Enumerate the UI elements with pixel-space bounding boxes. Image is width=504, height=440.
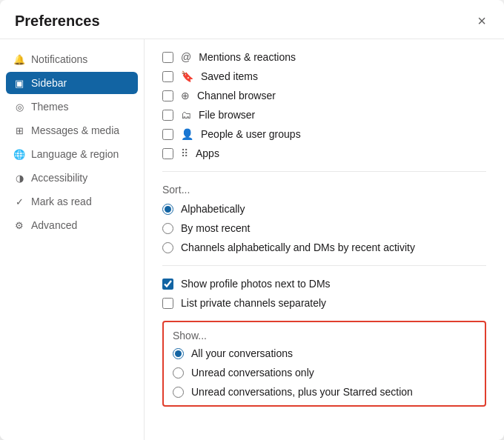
sort-radio-by-most-recent[interactable]: By most recent: [162, 222, 486, 234]
show-radio-group: All your conversationsUnread conversatio…: [173, 347, 476, 398]
checkbox-input-saved-items[interactable]: [162, 71, 173, 82]
checkbox-input-people-user-groups[interactable]: [162, 129, 173, 140]
sidebar-item-advanced[interactable]: ⚙Advanced: [6, 214, 138, 236]
apps-icon: ⠿: [181, 147, 188, 159]
checkbox-label-apps: Apps: [196, 147, 219, 159]
sidebar-item-label-sidebar: Sidebar: [31, 77, 67, 89]
sidebar-item-label-advanced: Advanced: [31, 219, 77, 231]
checkbox-label-people-user-groups: People & user groups: [201, 128, 301, 140]
checkbox-label-channel-browser: Channel browser: [197, 90, 276, 101]
sidebar-item-mark-as-read[interactable]: ✓Mark as read: [6, 190, 138, 213]
checkbox-input-apps[interactable]: [162, 148, 173, 159]
language-region-icon: 🌐: [13, 148, 25, 160]
sort-radio-group: AlphabeticallyBy most recentChannels alp…: [162, 203, 486, 253]
checkbox-apps[interactable]: ⠿Apps: [162, 147, 486, 159]
file-browser-icon: 🗂: [181, 109, 191, 121]
preferences-modal: Preferences × 🔔Notifications▣Sidebar◎The…: [0, 0, 504, 440]
advanced-icon: ⚙: [13, 219, 25, 231]
show-radio-input-unread-only[interactable]: [173, 367, 184, 379]
checkbox-input-mentions-reactions[interactable]: [162, 52, 173, 63]
show-profile-photos-label: Show profile photos next to DMs: [181, 278, 331, 290]
sidebar-item-label-themes: Themes: [31, 101, 69, 113]
sidebar-item-label-mark-as-read: Mark as read: [31, 196, 92, 207]
sidebar-item-notifications[interactable]: 🔔Notifications: [6, 48, 138, 70]
sidebar-item-label-notifications: Notifications: [31, 53, 87, 65]
sidebar-item-themes[interactable]: ◎Themes: [6, 96, 138, 118]
list-private-channels-checkbox[interactable]: List private channels separately: [162, 297, 486, 309]
show-radio-input-unread-starred[interactable]: [173, 387, 184, 398]
show-radio-all-conversations[interactable]: All your conversations: [173, 347, 476, 359]
sort-radio-input-by-most-recent[interactable]: [162, 223, 173, 234]
modal-header: Preferences ×: [0, 0, 504, 39]
list-private-channels-input[interactable]: [162, 298, 173, 309]
sidebar-item-language-region[interactable]: 🌐Language & region: [6, 143, 138, 165]
sort-radio-channels-alphabetically[interactable]: Channels alphabetically and DMs by recen…: [162, 241, 486, 253]
sort-radio-label-channels-alphabetically: Channels alphabetically and DMs by recen…: [181, 241, 415, 253]
checkbox-label-saved-items: Saved items: [201, 70, 258, 82]
modal-title: Preferences: [15, 13, 100, 30]
show-radio-unread-starred[interactable]: Unread conversations, plus your Starred …: [173, 386, 476, 398]
checkbox-input-channel-browser[interactable]: [162, 90, 173, 101]
sort-radio-label-by-most-recent: By most recent: [181, 222, 250, 234]
accessibility-icon: ◑: [13, 172, 25, 184]
sort-radio-label-alphabetically: Alphabetically: [181, 203, 245, 215]
show-profile-photos-checkbox[interactable]: Show profile photos next to DMs: [162, 278, 486, 290]
checkbox-channel-browser[interactable]: ⊕Channel browser: [162, 90, 486, 101]
sort-section: Sort... AlphabeticallyBy most recentChan…: [162, 184, 486, 253]
checkbox-label-mentions-reactions: Mentions & reactions: [199, 51, 296, 63]
show-radio-input-all-conversations[interactable]: [173, 348, 184, 359]
sidebar-item-label-messages-media: Messages & media: [31, 124, 119, 136]
sidebar-nav: 🔔Notifications▣Sidebar◎Themes⊞Messages &…: [0, 39, 145, 440]
show-label: Show...: [173, 330, 476, 341]
sidebar-item-label-language-region: Language & region: [31, 148, 119, 160]
show-radio-unread-only[interactable]: Unread conversations only: [173, 367, 476, 379]
checkbox-mentions-reactions[interactable]: @Mentions & reactions: [162, 51, 486, 63]
sort-radio-input-channels-alphabetically[interactable]: [162, 242, 173, 253]
content-area: @Mentions & reactions🔖Saved items⊕Channe…: [145, 39, 504, 440]
sidebar-icon: ▣: [13, 77, 25, 89]
show-radio-label-unread-starred: Unread conversations, plus your Starred …: [191, 386, 413, 398]
people-user-groups-icon: 👤: [181, 128, 193, 140]
extra-checkboxes: Show profile photos next to DMs List pri…: [162, 278, 486, 309]
saved-items-icon: 🔖: [181, 70, 193, 82]
close-button[interactable]: ×: [474, 12, 489, 30]
checkbox-input-file-browser[interactable]: [162, 110, 173, 121]
mark-as-read-icon: ✓: [13, 196, 25, 207]
checkbox-people-user-groups[interactable]: 👤People & user groups: [162, 128, 486, 140]
divider-2: [162, 265, 486, 266]
channel-browser-icon: ⊕: [181, 90, 190, 101]
checkbox-label-file-browser: File browser: [199, 109, 255, 121]
show-radio-label-all-conversations: All your conversations: [191, 347, 293, 359]
sort-radio-alphabetically[interactable]: Alphabetically: [162, 203, 486, 215]
show-section: Show... All your conversationsUnread con…: [162, 321, 486, 407]
sidebar-items-checkboxes: @Mentions & reactions🔖Saved items⊕Channe…: [162, 51, 486, 159]
modal-body: 🔔Notifications▣Sidebar◎Themes⊞Messages &…: [0, 39, 504, 440]
show-profile-photos-input[interactable]: [162, 279, 173, 290]
list-private-channels-label: List private channels separately: [181, 297, 326, 309]
sidebar-item-sidebar[interactable]: ▣Sidebar: [6, 72, 138, 94]
checkbox-saved-items[interactable]: 🔖Saved items: [162, 70, 486, 82]
checkbox-file-browser[interactable]: 🗂File browser: [162, 109, 486, 121]
sort-radio-input-alphabetically[interactable]: [162, 204, 173, 215]
show-radio-label-unread-only: Unread conversations only: [191, 367, 314, 379]
sidebar-item-accessibility[interactable]: ◑Accessibility: [6, 167, 138, 189]
mentions-reactions-icon: @: [181, 51, 191, 63]
divider-1: [162, 171, 486, 172]
sidebar-item-messages-media[interactable]: ⊞Messages & media: [6, 119, 138, 141]
themes-icon: ◎: [13, 101, 25, 113]
notifications-icon: 🔔: [13, 53, 25, 65]
sidebar-item-label-accessibility: Accessibility: [31, 172, 87, 184]
sort-label: Sort...: [162, 184, 486, 196]
messages-media-icon: ⊞: [13, 124, 25, 136]
